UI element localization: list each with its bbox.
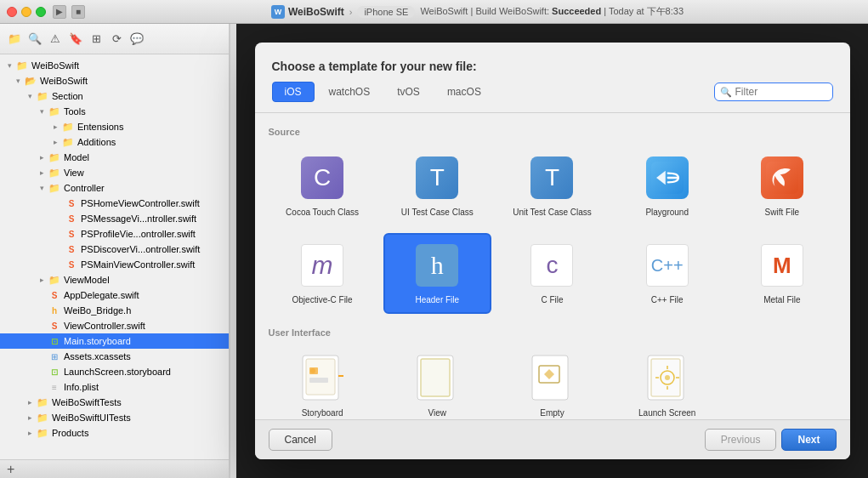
template-label: C++ File: [651, 294, 684, 305]
ui-test-icon: T: [413, 154, 461, 202]
folder-icon[interactable]: 📁: [7, 31, 22, 47]
template-label: Metal File: [763, 294, 800, 305]
sidebar-item-launchscreen[interactable]: ⊡ LaunchScreen.storyboard: [0, 364, 229, 379]
arrow-icon: [36, 184, 48, 192]
stop-button[interactable]: ■: [71, 5, 85, 19]
sidebar-item-label: Assets.xcassets: [64, 351, 131, 361]
sidebar-item-psprofile[interactable]: S PSProfileVie...ontroller.swift: [0, 226, 229, 242]
add-file-button[interactable]: +: [7, 463, 14, 476]
template-cpp-file[interactable]: C++ C++ File: [613, 233, 721, 314]
sidebar-footer: +: [0, 459, 229, 478]
sidebar-item-products[interactable]: 📁 Products: [0, 425, 229, 441]
tab-macos[interactable]: macOS: [434, 82, 494, 102]
ui-template-grid: Storyboard View: [269, 346, 837, 419]
sidebar-item-psmain[interactable]: S PSMainViewController.swift: [0, 257, 229, 272]
sidebar-item-uitests[interactable]: 📁 WeiBoSwiftUITests: [0, 410, 229, 425]
arrow-icon: [36, 107, 48, 116]
template-header-file[interactable]: h Header File: [383, 233, 491, 314]
template-label: Launch Screen: [638, 407, 695, 418]
close-button[interactable]: [7, 7, 17, 17]
cocoa-touch-icon: C: [298, 154, 346, 202]
plist-icon: ≡: [48, 380, 61, 394]
search-icon: 🔍: [720, 87, 732, 98]
sidebar-item-infoplist[interactable]: ≡ Info.plist: [0, 379, 229, 395]
dialog-footer: Cancel Previous Next: [255, 419, 850, 459]
template-c-file[interactable]: c C File: [498, 233, 606, 314]
template-view[interactable]: View: [383, 346, 491, 419]
launch-template-icon: [644, 355, 691, 402]
storyboard-icon: ⊡: [48, 365, 61, 378]
tabs-and-filter: iOS watchOS tvOS macOS 🔍: [272, 82, 833, 102]
template-empty[interactable]: Empty: [498, 346, 606, 419]
device-selector[interactable]: iPhone SE: [357, 6, 415, 18]
build-status: WeiBoSwift | Build WeiBoSwift: Succeeded…: [420, 5, 684, 18]
template-ui-test[interactable]: T UI Test Case Class: [383, 145, 491, 226]
arrow-icon: [24, 429, 36, 437]
swift-file-icon: S: [65, 212, 78, 225]
template-cocoa-touch[interactable]: C Cocoa Touch Class: [269, 145, 377, 226]
sidebar-item-psmessage[interactable]: S PSMessageVi...ntroller.swift: [0, 211, 229, 226]
sidebar-item-viewmodel[interactable]: 📁 ViewModel: [0, 272, 229, 287]
back-button[interactable]: ▶: [53, 5, 66, 19]
template-objc-file[interactable]: m Objective-C File: [269, 233, 377, 314]
tab-ios[interactable]: iOS: [272, 82, 315, 102]
sidebar-item-additions[interactable]: 📁 Additions: [0, 134, 229, 150]
sidebar-item-section[interactable]: 📁 Section: [0, 88, 229, 104]
template-label: View: [428, 407, 447, 418]
arrow-icon: [49, 122, 61, 131]
folder-icon: 📁: [36, 89, 49, 103]
template-storyboard[interactable]: Storyboard: [269, 346, 377, 419]
search-icon[interactable]: 🔍: [27, 31, 43, 47]
playground-icon: [644, 154, 691, 202]
sidebar-item-pshome[interactable]: S PSHomeViewController.swift: [0, 196, 229, 211]
sidebar-item-main-storyboard[interactable]: ⊡ Main.storyboard: [0, 333, 229, 349]
sidebar-item-controller[interactable]: 📁 Controller: [0, 180, 229, 196]
sidebar-item-label: ViewController.swift: [64, 321, 145, 331]
warning-icon[interactable]: ⚠: [48, 31, 63, 47]
sidebar-item-appdelegate[interactable]: S AppDelegate.swift: [0, 287, 229, 303]
chat-icon[interactable]: 💬: [129, 31, 145, 47]
sidebar-item-label: PSHomeViewController.swift: [81, 198, 200, 208]
arrow-icon: [36, 276, 48, 284]
sidebar-item-viewcontroller[interactable]: S ViewController.swift: [0, 318, 229, 333]
template-launch-screen[interactable]: Launch Screen: [613, 346, 721, 419]
template-unit-test[interactable]: T Unit Test Case Class: [498, 145, 606, 226]
grid-icon[interactable]: ⊞: [88, 31, 104, 47]
history-icon[interactable]: ⟳: [109, 31, 124, 47]
sidebar-item-label: Model: [64, 152, 89, 162]
sidebar-item-tools[interactable]: 📁 Tools: [0, 104, 229, 119]
arrow-icon: [12, 77, 24, 85]
sidebar-item-model[interactable]: 📁 Model: [0, 150, 229, 165]
bookmark-icon[interactable]: 🔖: [68, 31, 83, 47]
filter-input[interactable]: [714, 83, 833, 101]
ui-section-label: User Interface: [269, 327, 837, 338]
template-label: Cocoa Touch Class: [286, 207, 359, 218]
swift-file-icon: [758, 154, 806, 202]
sidebar-item-bridge[interactable]: h WeiBo_Bridge.h: [0, 303, 229, 318]
sidebar-item-label: Main.storyboard: [64, 336, 131, 346]
sidebar-item-root[interactable]: 📁 WeiBoSwift: [0, 58, 229, 73]
template-label: UI Test Case Class: [401, 207, 474, 218]
arrow-icon: [24, 413, 36, 422]
project-name: W WeiBoSwift: [271, 5, 344, 19]
sidebar-item-extensions[interactable]: 📁 Entensions: [0, 119, 229, 134]
minimize-button[interactable]: [21, 7, 31, 17]
fullscreen-button[interactable]: [36, 7, 46, 17]
sidebar-item-psdiscover[interactable]: S PSDiscoverVi...ontroller.swift: [0, 242, 229, 257]
arrow-icon: [3, 61, 15, 70]
sidebar-item-label: WeiBoSwift: [40, 76, 88, 86]
svg-point-8: [310, 368, 315, 373]
template-swift-file[interactable]: Swift File: [728, 145, 836, 226]
sidebar-item-tests[interactable]: 📁 WeiBoSwiftTests: [0, 395, 229, 410]
sidebar-item-weiboswift[interactable]: 📂 WeiBoSwift: [0, 73, 229, 88]
next-button[interactable]: Next: [781, 429, 836, 451]
cancel-button[interactable]: Cancel: [269, 429, 332, 451]
tab-tvos[interactable]: tvOS: [384, 82, 433, 102]
sidebar-item-assets[interactable]: ⊞ Assets.xcassets: [0, 349, 229, 364]
template-playground[interactable]: Playground: [613, 145, 721, 226]
tab-watchos[interactable]: watchOS: [316, 82, 383, 102]
previous-button[interactable]: Previous: [705, 429, 777, 451]
sidebar-item-view[interactable]: 📁 View: [0, 165, 229, 180]
sidebar-item-label: Section: [52, 91, 83, 101]
template-metal-file[interactable]: M Metal File: [728, 233, 836, 314]
